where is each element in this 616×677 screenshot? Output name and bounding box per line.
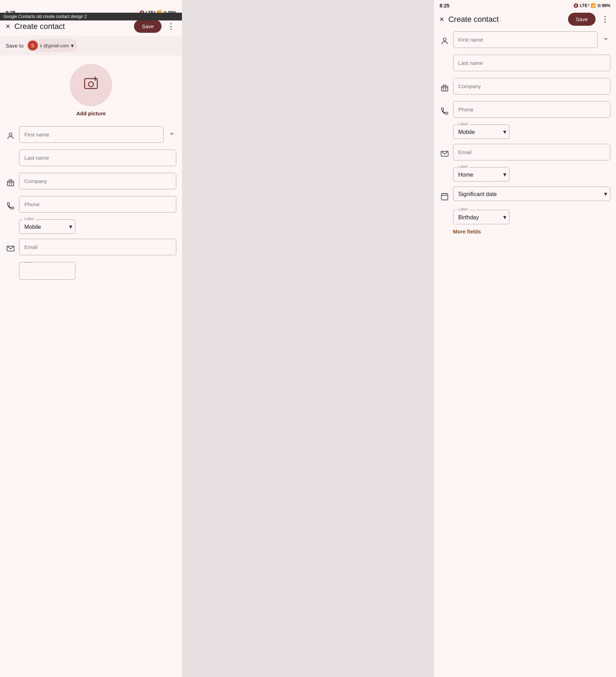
date-label-legend: Label — [457, 207, 469, 211]
account-selector[interactable]: S s @gmail.com ▾ — [26, 39, 78, 52]
save-to-label: Save to — [6, 43, 24, 49]
close-button-left[interactable]: × — [6, 22, 10, 31]
company-icon-right — [440, 79, 450, 97]
svg-text:S: S — [31, 43, 34, 48]
add-picture-label[interactable]: Add picture — [77, 110, 106, 116]
date-label-dropdown-arrow: ▾ — [503, 213, 506, 221]
last-name-row — [6, 150, 176, 169]
save-button-left[interactable]: Save — [134, 20, 161, 33]
person-icon — [6, 127, 16, 145]
phone-row-right — [440, 101, 610, 120]
email-label-wrapper: Label — [19, 262, 176, 281]
top-bar-right: × Create contact Save ⋮ — [434, 10, 616, 29]
svg-rect-14 — [441, 86, 448, 91]
svg-rect-20 — [441, 194, 448, 200]
date-label-container: Label Birthday Anniversary Other ▾ — [453, 210, 510, 224]
date-label-select[interactable]: Birthday Anniversary Other — [457, 210, 503, 224]
phone-label-select[interactable]: Mobile Home Work Other — [23, 220, 69, 233]
status-bar-right: 8:25 🔇 LTE⁺ 📶 ⊙ 98% — [434, 0, 616, 10]
page-title-left: Create contact — [14, 22, 130, 31]
more-menu-button-right[interactable]: ⋮ — [600, 13, 610, 25]
person-icon-right — [440, 32, 450, 50]
phone-label-wrapper: Label Mobile Home Work Other ▾ — [19, 219, 176, 234]
last-name-inputs-right — [453, 55, 610, 71]
more-menu-button-left[interactable]: ⋮ — [166, 20, 176, 32]
tooltip-text: Google Contacts old create contact desig… — [4, 14, 87, 19]
phone-row — [6, 196, 176, 215]
right-phone-screen: 8:25 🔇 LTE⁺ 📶 ⊙ 98% × Create contact Sav… — [434, 0, 616, 677]
phone-label-legend: Label — [23, 216, 35, 221]
status-icons-text-right: 🔇 LTE⁺ 📶 ⊙ 98% — [573, 3, 610, 8]
email-icon-right — [440, 145, 450, 163]
phone-label-legend-right: Label — [457, 122, 469, 126]
left-phone-screen: Google Contacts old create contact desig… — [0, 0, 182, 677]
phone-icon — [6, 197, 16, 215]
add-photo-icon — [83, 75, 99, 95]
email-row — [6, 239, 176, 258]
company-row-right — [440, 78, 610, 97]
svg-point-13 — [443, 38, 446, 41]
first-name-input-right[interactable] — [453, 31, 598, 48]
email-row-right — [440, 144, 610, 163]
phone-inputs — [19, 196, 176, 213]
last-name-row-right — [440, 55, 610, 74]
status-icons-right: 🔇 LTE⁺ 📶 ⊙ 98% — [573, 3, 610, 8]
significant-date-container: Significant date ▾ — [453, 187, 610, 201]
phone-icon-right — [440, 102, 450, 120]
svg-point-5 — [89, 82, 93, 87]
account-email: s @gmail.com — [40, 43, 69, 48]
name-expand-chevron-right[interactable]: ⌄ — [601, 31, 610, 43]
add-photo-button[interactable] — [70, 64, 112, 106]
more-fields-button[interactable]: More fields — [440, 224, 481, 234]
phone-label-dropdown-arrow-right: ▾ — [503, 128, 506, 136]
email-input[interactable] — [19, 239, 176, 255]
time-right: 8:25 — [440, 3, 450, 8]
form-right: ⌄ — [434, 29, 616, 677]
email-label-container: Label — [19, 262, 75, 280]
email-inputs-right — [453, 144, 610, 160]
email-input-right[interactable] — [453, 144, 610, 160]
first-name-input[interactable] — [19, 126, 164, 143]
svg-rect-8 — [9, 180, 12, 181]
phone-label-dropdown-arrow: ▾ — [69, 223, 72, 231]
save-to-bar: Save to S s @gmail.com ▾ — [0, 36, 182, 55]
significant-date-select[interactable]: Significant date — [457, 187, 606, 201]
tooltip-bar: Google Contacts old create contact desig… — [0, 13, 182, 20]
first-name-input-row-right — [453, 31, 598, 48]
phone-inputs-right — [453, 101, 610, 118]
phone-label-container: Label Mobile Home Work Other ▾ — [19, 219, 75, 234]
last-name-input-right[interactable] — [453, 55, 610, 71]
email-label-select-right[interactable]: Home Work Other — [457, 167, 503, 181]
company-icon — [6, 173, 16, 192]
email-label-container-right: Label Home Work Other ▾ — [453, 167, 510, 182]
company-row — [6, 173, 176, 192]
email-label-wrapper-right: Label Home Work Other ▾ — [453, 167, 610, 182]
company-inputs — [19, 173, 176, 189]
photo-section: Add picture — [0, 55, 182, 123]
company-inputs-right — [453, 78, 610, 94]
email-icon — [6, 239, 16, 258]
date-inputs: Significant date ▾ — [453, 187, 610, 201]
close-button-right[interactable]: × — [440, 15, 444, 24]
company-input-right[interactable] — [453, 78, 610, 94]
company-input[interactable] — [19, 173, 176, 189]
phone-input[interactable] — [19, 196, 176, 213]
phone-label-wrapper-right: Label Mobile Home Work Other ▾ — [453, 124, 610, 139]
form-left: ⌄ — [0, 123, 182, 677]
first-name-row: ⌄ — [6, 126, 176, 145]
significant-date-row: Significant date ▾ — [440, 187, 610, 206]
name-inputs-right — [453, 31, 598, 48]
svg-rect-15 — [443, 85, 446, 86]
last-name-input[interactable] — [19, 150, 176, 166]
phone-label-container-right: Label Mobile Home Work Other ▾ — [453, 124, 510, 139]
phone-input-right[interactable] — [453, 101, 610, 118]
page-title-right: Create contact — [448, 15, 563, 24]
name-expand-chevron[interactable]: ⌄ — [167, 126, 176, 138]
first-name-input-row — [19, 126, 164, 143]
phone-label-select-right[interactable]: Mobile Home Work Other — [457, 125, 503, 139]
save-button-right[interactable]: Save — [568, 13, 596, 26]
spacer — [182, 0, 429, 677]
svg-rect-7 — [7, 181, 14, 186]
date-label-wrapper: Label Birthday Anniversary Other ▾ — [453, 210, 610, 224]
name-inputs — [19, 126, 164, 143]
